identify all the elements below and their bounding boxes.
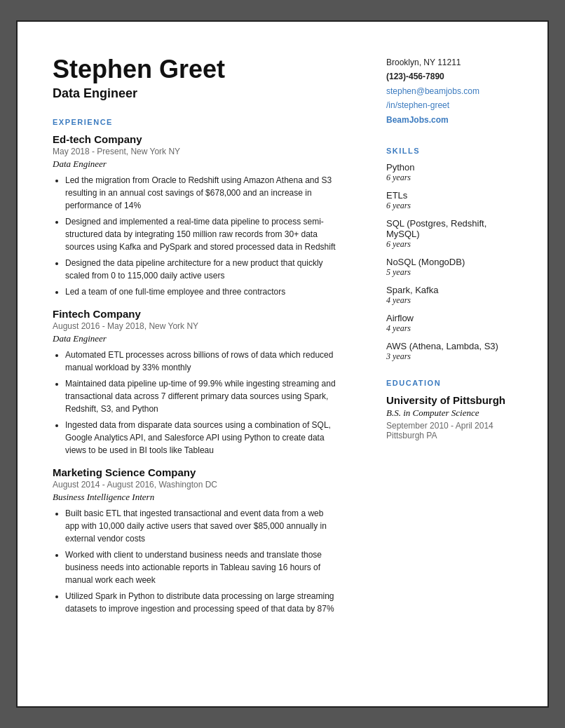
skills-container: Python6 yearsETLs6 yearsSQL (Postgres, R… bbox=[386, 162, 512, 362]
bullet-list: Automated ETL processes across billions … bbox=[53, 349, 337, 457]
experience-section-label: EXPERIENCE bbox=[53, 118, 337, 126]
university-name: University of Pittsburgh bbox=[386, 394, 512, 406]
experience-entry: Ed-tech CompanyMay 2018 - Present, New Y… bbox=[53, 133, 337, 298]
date-location: August 2014 - August 2016, Washington DC bbox=[53, 480, 337, 490]
date-location: August 2016 - May 2018, New York NY bbox=[53, 321, 337, 331]
skill-name: AWS (Athena, Lambda, S3) bbox=[386, 341, 512, 351]
degree: B.S. in Computer Science bbox=[386, 407, 512, 419]
skill-years: 6 years bbox=[386, 239, 512, 250]
skill-name: Airflow bbox=[386, 313, 512, 323]
edu-dates: September 2010 - April 2014 bbox=[386, 421, 512, 431]
skill-years: 4 years bbox=[386, 323, 512, 334]
left-column: Stephen Greet Data Engineer EXPERIENCE E… bbox=[53, 55, 365, 673]
edu-location: Pittsburgh PA bbox=[386, 431, 512, 440]
list-item: Led the migration from Oracle to Redshif… bbox=[65, 174, 337, 212]
list-item: Automated ETL processes across billions … bbox=[65, 349, 337, 374]
education-section-label: EDUCATION bbox=[386, 379, 512, 387]
list-item: Led a team of one full-time employee and… bbox=[65, 285, 337, 298]
skill-item: Airflow4 years bbox=[386, 313, 512, 334]
job-title: Business Intelligence Intern bbox=[53, 492, 337, 503]
skill-name: NoSQL (MongoDB) bbox=[386, 257, 512, 267]
skills-section-label: SKILLS bbox=[386, 147, 512, 155]
list-item: Utilized Spark in Python to distribute d… bbox=[65, 590, 337, 615]
skill-years: 4 years bbox=[386, 295, 512, 306]
address: Brooklyn, NY 11211 bbox=[386, 55, 512, 69]
skill-years: 6 years bbox=[386, 173, 512, 183]
skill-name: ETLs bbox=[386, 190, 512, 201]
company-name: Ed-tech Company bbox=[53, 133, 337, 145]
phone: (123)-456-7890 bbox=[386, 69, 512, 83]
company-name: Marketing Science Company bbox=[53, 466, 337, 478]
experience-entry: Marketing Science CompanyAugust 2014 - A… bbox=[53, 466, 337, 615]
experience-entry: Fintech CompanyAugust 2016 - May 2018, N… bbox=[53, 308, 337, 457]
skill-item: NoSQL (MongoDB)5 years bbox=[386, 257, 512, 278]
email-link[interactable]: stephen@beamjobs.com bbox=[386, 86, 479, 96]
skill-item: SQL (Postgres, Redshift, MySQL)6 years bbox=[386, 218, 512, 250]
education-entry: University of PittsburghB.S. in Computer… bbox=[386, 394, 512, 440]
linkedin-link[interactable]: /in/stephen-greet bbox=[386, 100, 449, 110]
bullet-list: Led the migration from Oracle to Redshif… bbox=[53, 174, 337, 298]
skill-years: 6 years bbox=[386, 201, 512, 211]
list-item: Ingested data from disparate data source… bbox=[65, 419, 337, 457]
list-item: Maintained data pipeline up-time of 99.9… bbox=[65, 377, 337, 415]
resume-page: Stephen Greet Data Engineer EXPERIENCE E… bbox=[16, 20, 549, 708]
company-name: Fintech Company bbox=[53, 308, 337, 320]
skill-item: AWS (Athena, Lambda, S3)3 years bbox=[386, 341, 512, 362]
list-item: Designed the data pipeline architecture … bbox=[65, 257, 337, 282]
education-container: University of PittsburghB.S. in Computer… bbox=[386, 394, 512, 440]
right-column: Brooklyn, NY 11211 (123)-456-7890 stephe… bbox=[365, 55, 512, 673]
list-item: Built basic ETL that ingested transactio… bbox=[65, 507, 337, 545]
job-title: Data Engineer bbox=[53, 159, 337, 170]
contact-info: Brooklyn, NY 11211 (123)-456-7890 stephe… bbox=[386, 55, 512, 127]
skill-name: SQL (Postgres, Redshift, MySQL) bbox=[386, 218, 512, 239]
skill-item: Spark, Kafka4 years bbox=[386, 285, 512, 306]
skill-item: Python6 years bbox=[386, 162, 512, 183]
bullet-list: Built basic ETL that ingested transactio… bbox=[53, 507, 337, 615]
date-location: May 2018 - Present, New York NY bbox=[53, 147, 337, 156]
job-title: Data Engineer bbox=[53, 333, 337, 344]
website-link[interactable]: BeamJobs.com bbox=[386, 115, 449, 125]
list-item: Designed and implemented a real-time dat… bbox=[65, 215, 337, 253]
skill-name: Python bbox=[386, 162, 512, 173]
skill-name: Spark, Kafka bbox=[386, 285, 512, 295]
skill-years: 5 years bbox=[386, 267, 512, 278]
experience-container: Ed-tech CompanyMay 2018 - Present, New Y… bbox=[53, 133, 337, 615]
list-item: Worked with client to understand busines… bbox=[65, 548, 337, 586]
candidate-name: Stephen Greet bbox=[53, 55, 337, 83]
skill-years: 3 years bbox=[386, 351, 512, 362]
candidate-title: Data Engineer bbox=[53, 86, 337, 101]
skill-item: ETLs6 years bbox=[386, 190, 512, 211]
